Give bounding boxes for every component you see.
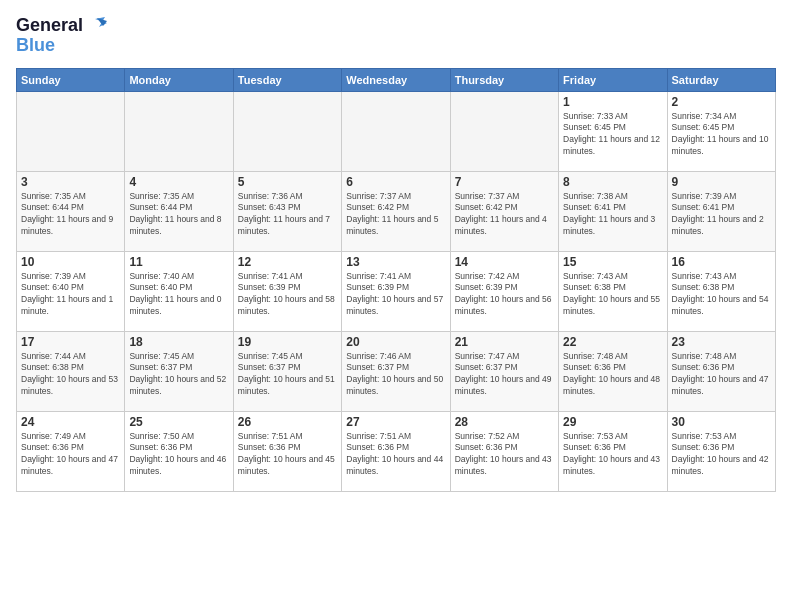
day-info: Sunrise: 7:39 AM Sunset: 6:41 PM Dayligh… (672, 191, 771, 239)
page-header: General Blue (16, 16, 776, 56)
day-number: 17 (21, 335, 120, 349)
day-info: Sunrise: 7:49 AM Sunset: 6:36 PM Dayligh… (21, 431, 120, 479)
day-info: Sunrise: 7:42 AM Sunset: 6:39 PM Dayligh… (455, 271, 554, 319)
calendar-cell: 24Sunrise: 7:49 AM Sunset: 6:36 PM Dayli… (17, 411, 125, 491)
day-info: Sunrise: 7:40 AM Sunset: 6:40 PM Dayligh… (129, 271, 228, 319)
day-number: 24 (21, 415, 120, 429)
day-number: 1 (563, 95, 662, 109)
day-info: Sunrise: 7:37 AM Sunset: 6:42 PM Dayligh… (346, 191, 445, 239)
calendar-cell: 23Sunrise: 7:48 AM Sunset: 6:36 PM Dayli… (667, 331, 775, 411)
weekday-header: Sunday (17, 68, 125, 91)
calendar-cell (342, 91, 450, 171)
calendar-cell: 18Sunrise: 7:45 AM Sunset: 6:37 PM Dayli… (125, 331, 233, 411)
calendar-cell: 12Sunrise: 7:41 AM Sunset: 6:39 PM Dayli… (233, 251, 341, 331)
day-number: 20 (346, 335, 445, 349)
logo-blue: Blue (16, 36, 55, 56)
calendar-cell: 14Sunrise: 7:42 AM Sunset: 6:39 PM Dayli… (450, 251, 558, 331)
weekday-header: Thursday (450, 68, 558, 91)
calendar-cell: 3Sunrise: 7:35 AM Sunset: 6:44 PM Daylig… (17, 171, 125, 251)
day-number: 6 (346, 175, 445, 189)
day-number: 3 (21, 175, 120, 189)
day-number: 30 (672, 415, 771, 429)
calendar-cell: 20Sunrise: 7:46 AM Sunset: 6:37 PM Dayli… (342, 331, 450, 411)
calendar-cell: 27Sunrise: 7:51 AM Sunset: 6:36 PM Dayli… (342, 411, 450, 491)
logo: General Blue (16, 16, 107, 56)
day-number: 8 (563, 175, 662, 189)
calendar-cell: 25Sunrise: 7:50 AM Sunset: 6:36 PM Dayli… (125, 411, 233, 491)
day-number: 27 (346, 415, 445, 429)
day-info: Sunrise: 7:43 AM Sunset: 6:38 PM Dayligh… (672, 271, 771, 319)
calendar-cell (233, 91, 341, 171)
day-number: 26 (238, 415, 337, 429)
day-info: Sunrise: 7:46 AM Sunset: 6:37 PM Dayligh… (346, 351, 445, 399)
day-info: Sunrise: 7:39 AM Sunset: 6:40 PM Dayligh… (21, 271, 120, 319)
day-number: 9 (672, 175, 771, 189)
day-number: 7 (455, 175, 554, 189)
calendar-cell: 29Sunrise: 7:53 AM Sunset: 6:36 PM Dayli… (559, 411, 667, 491)
weekday-header: Wednesday (342, 68, 450, 91)
day-info: Sunrise: 7:45 AM Sunset: 6:37 PM Dayligh… (129, 351, 228, 399)
day-info: Sunrise: 7:50 AM Sunset: 6:36 PM Dayligh… (129, 431, 228, 479)
day-info: Sunrise: 7:35 AM Sunset: 6:44 PM Dayligh… (129, 191, 228, 239)
calendar-cell: 28Sunrise: 7:52 AM Sunset: 6:36 PM Dayli… (450, 411, 558, 491)
day-number: 4 (129, 175, 228, 189)
logo-bird-icon (85, 17, 107, 35)
day-info: Sunrise: 7:43 AM Sunset: 6:38 PM Dayligh… (563, 271, 662, 319)
calendar-cell: 17Sunrise: 7:44 AM Sunset: 6:38 PM Dayli… (17, 331, 125, 411)
calendar-cell: 5Sunrise: 7:36 AM Sunset: 6:43 PM Daylig… (233, 171, 341, 251)
day-number: 5 (238, 175, 337, 189)
calendar-cell: 10Sunrise: 7:39 AM Sunset: 6:40 PM Dayli… (17, 251, 125, 331)
calendar-cell: 16Sunrise: 7:43 AM Sunset: 6:38 PM Dayli… (667, 251, 775, 331)
day-number: 15 (563, 255, 662, 269)
day-number: 22 (563, 335, 662, 349)
calendar-cell: 8Sunrise: 7:38 AM Sunset: 6:41 PM Daylig… (559, 171, 667, 251)
day-number: 28 (455, 415, 554, 429)
calendar-cell: 6Sunrise: 7:37 AM Sunset: 6:42 PM Daylig… (342, 171, 450, 251)
day-info: Sunrise: 7:51 AM Sunset: 6:36 PM Dayligh… (346, 431, 445, 479)
logo-general: General (16, 16, 83, 36)
day-number: 14 (455, 255, 554, 269)
calendar-cell (450, 91, 558, 171)
day-number: 16 (672, 255, 771, 269)
weekday-header: Saturday (667, 68, 775, 91)
weekday-header: Friday (559, 68, 667, 91)
day-info: Sunrise: 7:36 AM Sunset: 6:43 PM Dayligh… (238, 191, 337, 239)
calendar-cell: 30Sunrise: 7:53 AM Sunset: 6:36 PM Dayli… (667, 411, 775, 491)
calendar-cell (17, 91, 125, 171)
calendar-cell: 19Sunrise: 7:45 AM Sunset: 6:37 PM Dayli… (233, 331, 341, 411)
day-info: Sunrise: 7:52 AM Sunset: 6:36 PM Dayligh… (455, 431, 554, 479)
day-info: Sunrise: 7:41 AM Sunset: 6:39 PM Dayligh… (238, 271, 337, 319)
day-info: Sunrise: 7:44 AM Sunset: 6:38 PM Dayligh… (21, 351, 120, 399)
calendar-cell: 15Sunrise: 7:43 AM Sunset: 6:38 PM Dayli… (559, 251, 667, 331)
day-number: 19 (238, 335, 337, 349)
calendar-cell: 7Sunrise: 7:37 AM Sunset: 6:42 PM Daylig… (450, 171, 558, 251)
day-info: Sunrise: 7:51 AM Sunset: 6:36 PM Dayligh… (238, 431, 337, 479)
calendar-cell: 26Sunrise: 7:51 AM Sunset: 6:36 PM Dayli… (233, 411, 341, 491)
day-info: Sunrise: 7:38 AM Sunset: 6:41 PM Dayligh… (563, 191, 662, 239)
day-number: 12 (238, 255, 337, 269)
weekday-header: Tuesday (233, 68, 341, 91)
day-number: 11 (129, 255, 228, 269)
day-number: 2 (672, 95, 771, 109)
day-info: Sunrise: 7:33 AM Sunset: 6:45 PM Dayligh… (563, 111, 662, 159)
calendar-cell: 21Sunrise: 7:47 AM Sunset: 6:37 PM Dayli… (450, 331, 558, 411)
day-info: Sunrise: 7:53 AM Sunset: 6:36 PM Dayligh… (672, 431, 771, 479)
calendar-cell: 4Sunrise: 7:35 AM Sunset: 6:44 PM Daylig… (125, 171, 233, 251)
day-info: Sunrise: 7:37 AM Sunset: 6:42 PM Dayligh… (455, 191, 554, 239)
calendar-cell: 2Sunrise: 7:34 AM Sunset: 6:45 PM Daylig… (667, 91, 775, 171)
day-info: Sunrise: 7:53 AM Sunset: 6:36 PM Dayligh… (563, 431, 662, 479)
day-number: 29 (563, 415, 662, 429)
day-number: 23 (672, 335, 771, 349)
day-number: 25 (129, 415, 228, 429)
calendar-table: SundayMondayTuesdayWednesdayThursdayFrid… (16, 68, 776, 492)
calendar-cell: 9Sunrise: 7:39 AM Sunset: 6:41 PM Daylig… (667, 171, 775, 251)
day-info: Sunrise: 7:48 AM Sunset: 6:36 PM Dayligh… (672, 351, 771, 399)
day-number: 13 (346, 255, 445, 269)
calendar-cell: 22Sunrise: 7:48 AM Sunset: 6:36 PM Dayli… (559, 331, 667, 411)
weekday-header: Monday (125, 68, 233, 91)
day-number: 21 (455, 335, 554, 349)
day-info: Sunrise: 7:48 AM Sunset: 6:36 PM Dayligh… (563, 351, 662, 399)
calendar-cell: 1Sunrise: 7:33 AM Sunset: 6:45 PM Daylig… (559, 91, 667, 171)
calendar-cell (125, 91, 233, 171)
day-number: 10 (21, 255, 120, 269)
